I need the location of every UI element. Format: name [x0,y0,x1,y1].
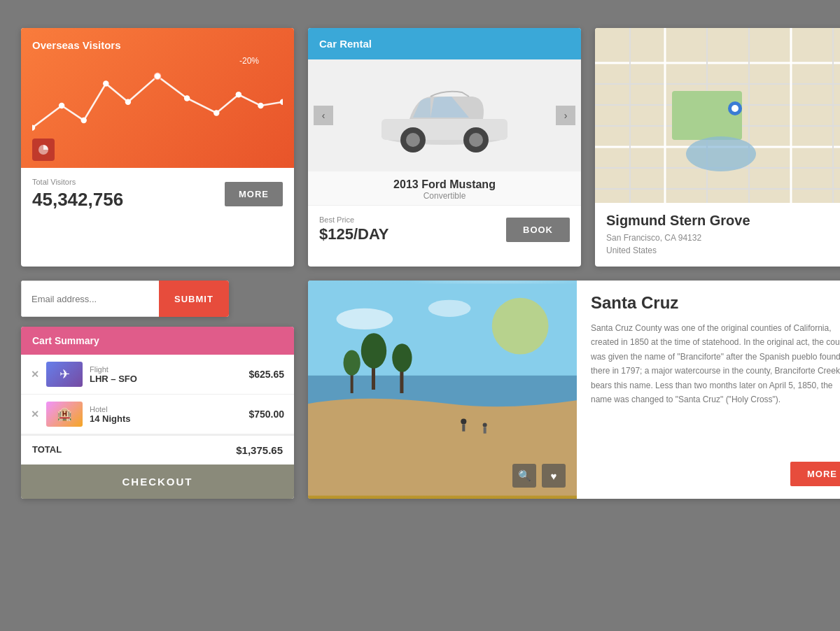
map-address-line2: United States [606,244,840,257]
visitors-label: Total Visitors [32,178,123,186]
svg-point-6 [184,95,190,101]
flight-price: $625.65 [248,369,284,380]
svg-point-45 [344,350,360,375]
book-button[interactable]: BOOK [506,218,570,242]
svg-point-32 [686,136,756,171]
remove-flight-button[interactable]: ✕ [31,369,39,380]
svg-point-3 [103,80,108,86]
flight-desc: LHR – SFO [90,374,241,384]
svg-point-36 [492,298,549,355]
santa-cruz-content: Santa Cruz Santa Cruz County was one of … [577,281,840,499]
svg-point-14 [406,133,420,147]
hotel-price: $750.00 [248,409,284,420]
flight-info: Flight LHR – SFO [90,365,241,384]
svg-point-16 [469,133,483,147]
car-image-area: ‹ › [308,59,581,171]
chart-title: Overseas Visitors [32,39,283,51]
remove-hotel-button[interactable]: ✕ [31,409,39,420]
svg-point-1 [59,103,64,108]
line-chart [32,60,283,151]
svg-point-46 [461,418,466,424]
chart-area: Overseas Visitors -20% [21,28,294,168]
svg-point-9 [258,103,263,108]
visitors-count: 45,342,756 [32,189,123,211]
svg-rect-12 [382,119,507,140]
car-price-row: Best Price $125/DAY BOOK [308,205,581,253]
search-image-button[interactable]: 🔍 [512,464,536,488]
map-address-line1: San Francisco, CA 94132 [606,232,840,244]
hotel-desc: 14 Nights [90,413,241,424]
visitors-footer: Total Visitors 45,342,756 MORE [21,168,294,220]
svg-point-41 [361,333,386,369]
santa-cruz-description: Santa Cruz County was one of the origina… [591,321,840,451]
email-form-card: SUBMIT [21,281,229,317]
svg-point-37 [336,309,393,329]
cart-card: Cart Summary ✕ ✈ Flight LHR – SFO $625.6… [21,327,294,499]
cart-item-flight: ✕ ✈ Flight LHR – SFO $625.65 [21,355,294,395]
flight-thumbnail: ✈ [46,362,83,387]
cart-total-price: $1,375.65 [236,444,283,456]
image-overlay-icons: 🔍 ♥ [512,464,566,488]
hotel-type: Hotel [90,405,241,413]
price-label: Best Price [319,215,388,224]
hotel-thumbnail: 🏨 [46,402,83,427]
email-input[interactable] [21,281,159,317]
price-value: $125/DAY [319,225,388,243]
svg-point-10 [280,99,283,105]
svg-point-5 [154,73,162,80]
map-info: Sigmund Stern Grove San Francisco, CA 94… [595,203,840,267]
cart-header: Cart Summary [21,327,294,355]
car-rental-header: Car Rental [308,28,581,59]
favorite-button[interactable]: ♥ [542,464,566,488]
car-rental-card: Car Rental ‹ › [308,28,581,267]
santa-cruz-image: 🔍 ♥ [308,281,577,499]
prev-car-button[interactable]: ‹ [314,106,333,125]
checkout-button[interactable]: CHECKOUT [21,465,294,499]
svg-rect-47 [462,425,465,432]
svg-point-38 [428,300,471,317]
flight-type: Flight [90,365,241,374]
svg-rect-31 [672,91,742,140]
car-image [368,77,522,154]
map-svg [595,28,840,203]
svg-rect-49 [484,427,486,434]
car-name: 2013 Ford Mustang [308,178,581,191]
pie-chart-icon [32,139,55,161]
svg-point-7 [214,110,219,115]
santa-cruz-title: Santa Cruz [591,293,840,313]
map-place-name: Sigmund Stern Grove [606,213,840,229]
svg-point-43 [392,343,412,371]
svg-point-4 [125,99,131,105]
map-area: + - ⊙ [595,28,840,203]
car-info: 2013 Ford Mustang Convertible [308,171,581,205]
car-type: Convertible [308,191,581,201]
svg-point-48 [483,423,487,427]
cart-item-hotel: ✕ 🏨 Hotel 14 Nights $750.00 [21,395,294,434]
santa-cruz-more-button[interactable]: MORE [790,462,840,486]
hotel-info: Hotel 14 Nights [90,405,241,424]
map-card: + - ⊙ Sigmund Stern Grove San Francisco,… [595,28,840,267]
chart-label: -20% [239,56,259,66]
santa-cruz-card: 🔍 ♥ Santa Cruz Santa Cruz County was one… [308,281,840,499]
svg-point-34 [732,105,738,112]
visitors-card: Overseas Visitors -20% [21,28,294,267]
cart-total-row: TOTAL $1,375.65 [21,434,294,465]
next-car-button[interactable]: › [556,106,575,125]
submit-button[interactable]: SUBMIT [159,281,229,317]
svg-point-2 [80,118,86,123]
svg-point-8 [236,92,241,97]
more-button[interactable]: MORE [225,182,283,206]
cart-total-label: TOTAL [32,444,62,456]
